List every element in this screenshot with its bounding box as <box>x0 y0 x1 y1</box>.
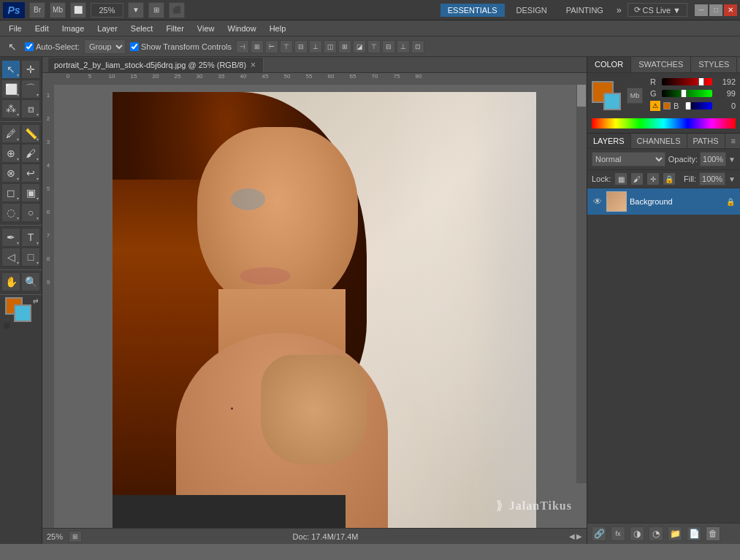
distribute-top-icon[interactable]: ⊤ <box>367 40 381 53</box>
status-options-btn[interactable]: ⊞ <box>69 531 82 542</box>
opacity-input[interactable] <box>700 152 726 166</box>
close-btn[interactable]: ✕ <box>724 4 737 16</box>
canvas-vscroll[interactable] <box>576 85 587 483</box>
align-center-h-icon[interactable]: ⊞ <box>251 40 264 53</box>
background-color[interactable] <box>14 304 31 322</box>
add-mask-btn[interactable]: ◑ <box>630 526 644 541</box>
create-group-btn[interactable]: 📁 <box>668 526 682 541</box>
link-layers-btn[interactable]: 🔗 <box>592 526 606 541</box>
layers-panel-menu[interactable]: ≡ <box>727 134 740 148</box>
zoom-tool[interactable]: 🔍 <box>21 272 40 291</box>
auto-select-checkbox[interactable] <box>25 42 34 51</box>
eyedropper-tool[interactable]: 🖉▾ <box>1 124 20 143</box>
distribute-right-icon[interactable]: ◪ <box>353 40 366 53</box>
design-btn[interactable]: DESIGN <box>509 4 554 17</box>
default-colors[interactable]: ■ <box>4 319 11 332</box>
canvas-mode-btn[interactable]: ⬜ <box>70 2 86 18</box>
scroll-right-btn[interactable]: ▶ <box>576 532 582 540</box>
create-layer-btn[interactable]: 📄 <box>687 526 701 541</box>
menu-edit[interactable]: Edit <box>29 23 55 34</box>
align-left-icon[interactable]: ⊣ <box>236 40 249 53</box>
show-transform-checkbox[interactable] <box>130 42 139 51</box>
spot-heal-tool[interactable]: ⊕▾ <box>1 144 20 163</box>
lasso-tool[interactable]: ⌒▾ <box>21 80 40 99</box>
distribute-center-h-icon[interactable]: ⊞ <box>338 40 351 53</box>
scroll-left-btn[interactable]: ◀ <box>569 532 575 540</box>
canvas-tab-close[interactable]: × <box>251 60 256 70</box>
lock-position-btn[interactable]: ✛ <box>647 173 659 185</box>
tab-paths[interactable]: PATHS <box>687 134 725 148</box>
magic-wand-tool[interactable]: ⁂▾ <box>1 99 20 118</box>
align-top-icon[interactable]: ⊤ <box>280 40 293 53</box>
tab-channels[interactable]: CHANNELS <box>631 134 687 148</box>
color-warn-box[interactable] <box>663 102 671 110</box>
distribute-bottom-icon[interactable]: ⊥ <box>397 40 410 53</box>
screen-mode-btn[interactable]: ⬛ <box>169 2 185 18</box>
r-slider-track[interactable] <box>662 78 712 85</box>
menu-file[interactable]: File <box>3 23 28 34</box>
mb-btn[interactable]: Mb <box>627 88 643 104</box>
tab-swatches[interactable]: SWATCHES <box>631 57 691 72</box>
menu-layer[interactable]: Layer <box>91 23 123 34</box>
pen-tool[interactable]: ✒▾ <box>1 228 20 247</box>
opacity-dropdown[interactable]: ▼ <box>728 156 736 164</box>
tab-layers[interactable]: LAYERS <box>587 134 631 148</box>
layer-visibility-eye[interactable]: 👁 <box>592 196 603 207</box>
eraser-tool[interactable]: ◻▾ <box>1 183 20 202</box>
color-spectrum[interactable] <box>592 118 736 129</box>
menu-view[interactable]: View <box>191 23 221 34</box>
blur-tool[interactable]: ◌▾ <box>1 203 20 222</box>
r-slider-thumb[interactable] <box>698 78 704 85</box>
shape-tool[interactable]: □▾ <box>21 248 40 266</box>
tab-styles[interactable]: STYLES <box>691 57 737 72</box>
crop-tool[interactable]: ⧈▾ <box>21 99 40 118</box>
hand-tool[interactable]: ✋ <box>1 272 20 291</box>
tab-color[interactable]: COLOR <box>587 57 631 72</box>
minimize-btn[interactable]: ─ <box>695 4 708 16</box>
align-right-icon[interactable]: ⊢ <box>265 40 278 53</box>
path-tool[interactable]: ◁▾ <box>1 248 20 266</box>
workspace-extend[interactable]: » <box>615 4 623 17</box>
gradient-tool[interactable]: ▣▾ <box>21 183 40 202</box>
color-panel-menu[interactable]: ≡ <box>737 57 740 72</box>
dodge-tool[interactable]: ○▾ <box>21 203 40 222</box>
g-slider-track[interactable] <box>662 90 712 97</box>
menu-help[interactable]: Help <box>264 23 292 34</box>
g-slider-thumb[interactable] <box>681 90 687 97</box>
lock-image-btn[interactable]: 🖌 <box>631 173 643 185</box>
view-extra-btn[interactable]: ⊞ <box>148 2 164 18</box>
essentials-btn[interactable]: ESSENTIALS <box>440 4 505 17</box>
b-slider-thumb[interactable] <box>685 102 691 110</box>
maximize-btn[interactable]: □ <box>709 4 722 16</box>
menu-window[interactable]: Window <box>222 23 262 34</box>
b-slider-track[interactable] <box>685 102 712 110</box>
bridge-icon[interactable]: Br <box>29 2 45 18</box>
artboard-tool[interactable]: ✛ <box>21 60 40 79</box>
move-tool[interactable]: ↖▾ <box>1 60 20 79</box>
auto-distribute-icon[interactable]: ⊡ <box>411 40 424 53</box>
marquee-tool[interactable]: ⬜▾ <box>1 80 20 99</box>
zoom-dropdown[interactable]: ▼ <box>128 2 144 18</box>
canvas-vscroll-thumb[interactable] <box>577 85 586 107</box>
canvas-tab-item[interactable]: portrait_2_by_liam_stock-d5j6drq.jpg @ 2… <box>48 58 264 72</box>
history-brush-tool[interactable]: ↩▾ <box>21 164 40 183</box>
menu-filter[interactable]: Filter <box>160 23 189 34</box>
menu-image[interactable]: Image <box>56 23 91 34</box>
text-tool[interactable]: T▾ <box>21 228 40 247</box>
auto-select-dropdown[interactable]: Group Layer <box>84 39 126 54</box>
cs-live-btn[interactable]: ⟳ CS Live ▼ <box>628 3 687 17</box>
add-adjustment-btn[interactable]: ◔ <box>649 526 663 541</box>
align-bottom-icon[interactable]: ⊥ <box>309 40 322 53</box>
fill-input[interactable] <box>699 172 725 185</box>
canvas-viewport[interactable]: ⟫ JalanTikus <box>54 85 587 528</box>
add-style-btn[interactable]: fx <box>611 526 625 541</box>
fill-dropdown[interactable]: ▼ <box>728 175 736 183</box>
distribute-left-icon[interactable]: ◫ <box>324 40 337 53</box>
switch-colors[interactable]: ⇄ <box>33 297 39 304</box>
layer-item-background[interactable]: 👁 Background 🔒 <box>587 188 740 215</box>
lock-all-btn[interactable]: 🔒 <box>663 173 675 185</box>
painting-btn[interactable]: PAINTING <box>559 4 611 17</box>
layer-blend-mode[interactable]: Normal Dissolve Multiply Screen Overlay <box>592 152 665 166</box>
distribute-middle-v-icon[interactable]: ⊟ <box>382 40 395 53</box>
menu-select[interactable]: Select <box>125 23 159 34</box>
